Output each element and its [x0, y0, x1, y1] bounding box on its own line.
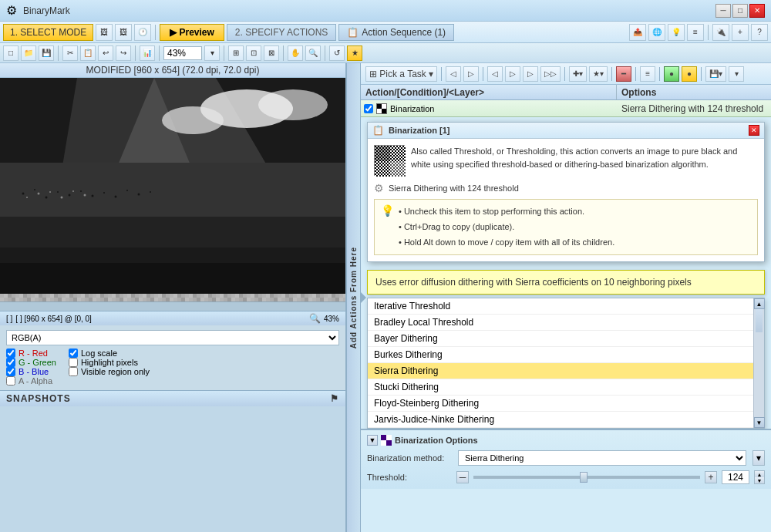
log-scale-checkbox[interactable] — [69, 348, 78, 358]
options-expand-button[interactable]: ▼ — [367, 435, 378, 446]
tb-right2[interactable]: 🌐 — [648, 24, 665, 41]
action-table-header: Action/[Condition]/<Layer> Options — [361, 85, 771, 100]
list-item[interactable]: Iterative Threshold — [368, 298, 753, 315]
specify-actions-tab[interactable]: 2. SPECIFY ACTIONS — [227, 24, 336, 41]
channel-b-checkbox[interactable] — [6, 367, 15, 376]
threshold-minus-button[interactable]: ─ — [456, 471, 469, 483]
tb2-copy[interactable]: 📋 — [80, 45, 96, 61]
action-sequence-tab[interactable]: 📋 Action Sequence (1) — [338, 24, 454, 41]
tb2-open[interactable]: 📁 — [21, 45, 36, 61]
visible-region-checkbox[interactable] — [69, 367, 78, 376]
popup-body: Also called Threshold, or Thresholding, … — [368, 139, 764, 261]
binarization-options-panel: ▼ Binarization Options Binarization meth… — [361, 429, 771, 489]
highlight-pixels-label: Highlight pixels — [81, 358, 138, 367]
rt-yellow[interactable]: ● — [682, 66, 697, 82]
tb2-save[interactable]: 💾 — [39, 45, 54, 61]
tb-right1[interactable]: 📤 — [629, 24, 646, 41]
tb-right4[interactable]: ≡ — [687, 24, 704, 41]
rt-save-seq[interactable]: 💾▾ — [705, 66, 726, 82]
svg-point-32 — [72, 190, 74, 192]
rt-more[interactable]: ▾ — [729, 66, 744, 82]
list-item[interactable]: Stucki Dithering — [368, 379, 753, 396]
snapshots-bar[interactable]: SNAPSHOTS ⚑ — [0, 390, 345, 406]
minimize-button[interactable]: ─ — [715, 4, 731, 18]
tb2-fit3[interactable]: ⊠ — [264, 45, 279, 61]
scroll-up-button[interactable]: ▲ — [754, 298, 765, 309]
selection-icon: [ ] — [6, 315, 12, 323]
action-row-left: Binarization — [361, 103, 617, 114]
tb2-fit[interactable]: ⊞ — [228, 45, 244, 61]
popup-close-button[interactable]: ✕ — [749, 125, 759, 136]
tb2-redo[interactable]: ↪ — [116, 45, 131, 61]
tb2-hand[interactable]: ✋ — [288, 45, 303, 61]
tb2-undo[interactable]: ↩ — [98, 45, 113, 61]
tb2-zoom-in[interactable]: 🔍 — [305, 45, 321, 61]
tb-clock[interactable]: 🕐 — [134, 24, 151, 41]
svg-rect-70 — [386, 440, 392, 446]
color-mode-select[interactable]: RGB(A) — [6, 330, 339, 345]
right-content: ⊞ Pick a Task ▾ ◁ ▷ ◁ ▷ ▷ ▷▷ ✚▾ ★▾ ━ ≡ ● — [361, 63, 771, 532]
tb2-histogram[interactable]: 📊 — [140, 45, 155, 61]
list-item-selected[interactable]: Sierra Dithering — [368, 363, 753, 379]
channel-a-checkbox[interactable] — [6, 376, 15, 386]
tb-right3[interactable]: 💡 — [668, 24, 685, 41]
pick-task-button[interactable]: ⊞ Pick a Task ▾ — [365, 66, 437, 82]
pick-task-label: ⊞ Pick a Task ▾ — [369, 69, 433, 79]
method-select[interactable]: Sierra Dithering — [458, 450, 746, 466]
rt-fwd[interactable]: ▷ — [463, 66, 479, 82]
tb2-new[interactable]: □ — [3, 45, 19, 61]
tb-icon2[interactable]: 🖼 — [115, 24, 132, 41]
preview-tab[interactable]: ▶ Preview — [160, 24, 224, 41]
close-button[interactable]: ✕ — [749, 4, 765, 18]
snapshots-label: SNAPSHOTS — [6, 393, 71, 404]
dropdown-scrollbar[interactable]: ▲ ▼ — [753, 298, 764, 428]
select-mode-tab[interactable]: 1. SELECT MODE — [3, 24, 93, 41]
svg-rect-58 — [377, 104, 382, 109]
channel-r-checkbox[interactable] — [6, 348, 15, 358]
popup-title: Binarization [1] — [389, 126, 449, 135]
spinner-down-button[interactable]: ▼ — [755, 477, 764, 483]
tb-right5[interactable]: 🔌 — [712, 24, 729, 41]
list-item[interactable]: Bradley Local Threshold — [368, 315, 753, 331]
list-item[interactable]: Bayer Dithering — [368, 331, 753, 347]
bullet-1: • Uncheck this item to stop performing t… — [399, 204, 614, 220]
highlight-pixels-checkbox[interactable] — [69, 358, 78, 367]
channel-g-label: G - Green — [19, 358, 56, 367]
scroll-down-button[interactable]: ▼ — [754, 417, 765, 428]
threshold-slider[interactable] — [473, 476, 700, 479]
tb2-fit2[interactable]: ⊡ — [246, 45, 261, 61]
add-actions-sidebar[interactable]: Add Actions From Here — [347, 63, 361, 532]
action-checkbox[interactable] — [364, 104, 373, 113]
channel-g-checkbox[interactable] — [6, 358, 15, 367]
svg-point-31 — [61, 197, 63, 199]
list-item[interactable]: Burkes Dithering — [368, 347, 753, 363]
tb2-active[interactable]: ★ — [347, 45, 362, 61]
rt-arr4[interactable]: ▷▷ — [540, 66, 561, 82]
rt-back[interactable]: ◁ — [446, 66, 461, 82]
tb-right7[interactable]: ? — [751, 24, 768, 41]
list-item[interactable]: Jarvis-Judice-Ninke Dithering — [368, 412, 753, 428]
canvas-scrollbar-h[interactable] — [0, 301, 345, 311]
rt-lines[interactable]: ≡ — [640, 66, 655, 82]
threshold-plus-button[interactable]: + — [705, 471, 717, 483]
rt-arr1[interactable]: ◁ — [487, 66, 503, 82]
rt-arr2[interactable]: ▷ — [505, 66, 520, 82]
rt-green[interactable]: ● — [664, 66, 679, 82]
table-row[interactable]: Binarization Sierra Dithering with 124 t… — [361, 100, 771, 117]
rt-red[interactable]: ━ — [616, 66, 631, 82]
svg-rect-67 — [375, 146, 390, 161]
right-panel: ⊞ Pick a Task ▾ ◁ ▷ ◁ ▷ ▷ ▷▷ ✚▾ ★▾ ━ ≡ ● — [347, 63, 771, 532]
tb-right6[interactable]: + — [732, 24, 749, 41]
tb2-rotate[interactable]: ↺ — [329, 45, 345, 61]
tb2-zoom-dropdown[interactable]: ▾ — [204, 45, 220, 61]
tb2-cut[interactable]: ✂ — [62, 45, 78, 61]
method-dropdown-btn[interactable]: ▾ — [752, 450, 765, 466]
rt-star[interactable]: ★▾ — [589, 66, 608, 82]
tb-icon1[interactable]: 🖼 — [96, 24, 113, 41]
maximize-button[interactable]: □ — [732, 4, 748, 18]
zoom-display: 43% — [163, 46, 202, 60]
rt-arr3[interactable]: ▷ — [523, 66, 538, 82]
list-item[interactable]: Floyd-Steinberg Dithering — [368, 396, 753, 412]
spinner-up-button[interactable]: ▲ — [755, 471, 764, 477]
rt-add[interactable]: ✚▾ — [569, 66, 587, 82]
